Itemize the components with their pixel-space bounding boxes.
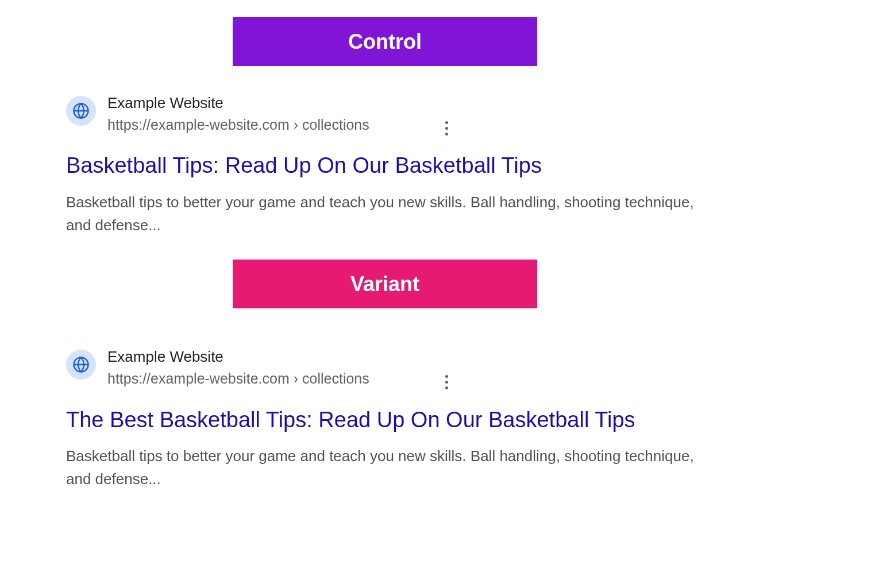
variant-site-name: Example Website (107, 347, 755, 367)
control-site-name: Example Website (107, 94, 755, 113)
variant-breadcrumb: https://example-website.com › collection… (107, 368, 755, 390)
control-result: Example Website https://example-website.… (66, 94, 755, 237)
control-label-text: Control (348, 30, 422, 54)
variant-label: Variant (233, 260, 537, 308)
globe-icon (66, 96, 96, 126)
more-options-button[interactable] (441, 370, 453, 394)
globe-icon (66, 350, 96, 380)
variant-result-title[interactable]: The Best Basketball Tips: Read Up On Our… (66, 406, 755, 434)
variant-result: Example Website https://example-website.… (66, 347, 755, 490)
control-breadcrumb: https://example-website.com › collection… (107, 114, 755, 136)
control-label: Control (233, 17, 537, 66)
control-result-description: Basketball tips to better your game and … (66, 191, 704, 237)
variant-label-text: Variant (350, 272, 419, 296)
control-result-title[interactable]: Basketball Tips: Read Up On Our Basketba… (66, 152, 755, 180)
more-options-button[interactable] (441, 117, 453, 140)
variant-result-description: Basketball tips to better your game and … (66, 444, 704, 491)
